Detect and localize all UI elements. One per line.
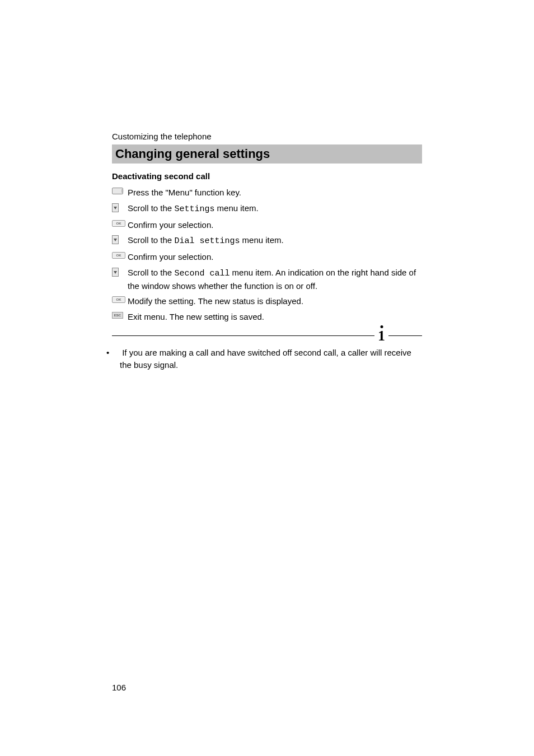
document-page: Customizing the telephone Changing gener… (0, 0, 534, 756)
step-prefix: Scroll to the (128, 235, 174, 245)
step-text: Scroll to the Settings menu item. (128, 202, 422, 216)
scroll-down-icon (112, 202, 128, 212)
menu-name: Settings (174, 204, 214, 214)
ok-key-icon: OK (112, 219, 128, 227)
step-text: Modify the setting. The new status is di… (128, 295, 422, 307)
instruction-step: Scroll to the Dial settings menu item. (112, 234, 422, 248)
menu-name: Second call (174, 269, 229, 278)
step-prefix: Scroll to the (128, 268, 174, 277)
menu-name: Dial settings (174, 236, 240, 246)
page-number: 106 (112, 683, 126, 692)
scroll-down-icon (112, 234, 128, 244)
step-prefix: Scroll to the (128, 203, 174, 213)
instruction-step: Scroll to the Second call menu item. An … (112, 267, 422, 292)
esc-key-icon: ESC (112, 311, 128, 319)
instruction-step: ESC Exit menu. The new setting is saved. (112, 311, 422, 323)
ok-key-icon: OK (112, 251, 128, 259)
instruction-step: Scroll to the Settings menu item. (112, 202, 422, 216)
instruction-step: OK Confirm your selection. (112, 219, 422, 231)
divider-line (112, 335, 374, 336)
note-text: If you are making a call and have switch… (120, 348, 411, 370)
step-text: Scroll to the Dial settings menu item. (128, 234, 422, 248)
ok-key-icon: OK (112, 295, 128, 303)
note-item: • If you are making a call and have swit… (112, 347, 422, 371)
instruction-step: Press the "Menu" function key. (112, 186, 422, 199)
scroll-down-icon (112, 267, 128, 277)
info-divider: 1 (112, 331, 422, 341)
step-text: Press the "Menu" function key. (128, 186, 422, 199)
instruction-step: OK Modify the setting. The new status is… (112, 295, 422, 307)
breadcrumb: Customizing the telephone (112, 132, 422, 141)
step-text: Confirm your selection. (128, 219, 422, 231)
function-key-icon (112, 186, 128, 194)
step-text: Exit menu. The new setting is saved. (128, 311, 422, 323)
step-text: Confirm your selection. (128, 251, 422, 263)
step-text: Scroll to the Second call menu item. An … (128, 267, 422, 292)
step-suffix: menu item. (240, 235, 283, 245)
step-suffix: menu item. (214, 203, 258, 213)
subsection-heading: Deactivating second call (112, 171, 422, 181)
section-heading: Changing general settings (112, 144, 422, 164)
instruction-step: OK Confirm your selection. (112, 251, 422, 263)
bullet-icon: • (113, 347, 120, 359)
divider-line (388, 335, 422, 336)
info-icon: 1 (378, 331, 385, 341)
